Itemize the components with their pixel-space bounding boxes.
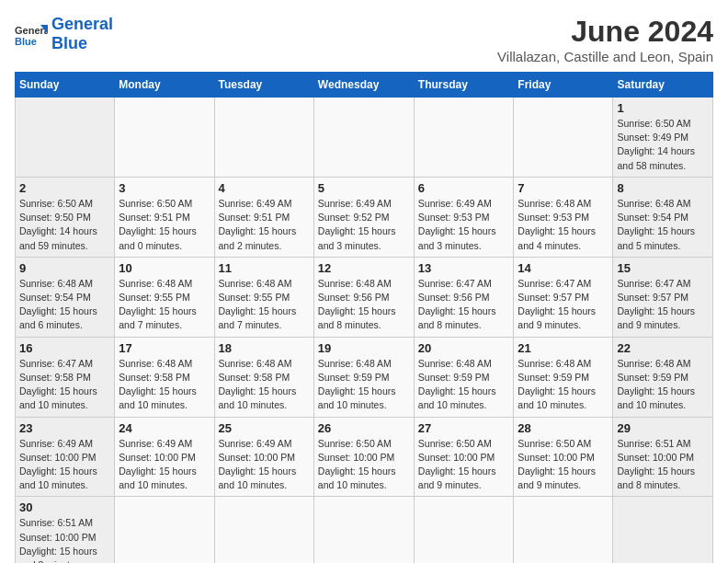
- calendar-day-cell: 24Sunrise: 6:49 AM Sunset: 10:00 PM Dayl…: [115, 417, 214, 497]
- day-number: 26: [318, 421, 410, 435]
- day-number: 2: [19, 181, 110, 195]
- calendar-day-cell: 6Sunrise: 6:49 AM Sunset: 9:53 PM Daylig…: [414, 177, 514, 257]
- day-sun-info: Sunrise: 6:50 AM Sunset: 10:00 PM Daylig…: [318, 437, 410, 493]
- page-header: General Blue General Blue June 2024 Vill…: [15, 15, 713, 64]
- calendar-week-row: 23Sunrise: 6:49 AM Sunset: 10:00 PM Dayl…: [16, 417, 713, 497]
- day-number: 12: [318, 261, 410, 275]
- day-sun-info: Sunrise: 6:49 AM Sunset: 9:53 PM Dayligh…: [418, 197, 510, 253]
- day-sun-info: Sunrise: 6:50 AM Sunset: 9:49 PM Dayligh…: [617, 117, 709, 173]
- logo-general-text: General: [51, 15, 113, 33]
- calendar-day-cell: [214, 98, 313, 178]
- day-number: 8: [617, 181, 709, 195]
- day-number: 1: [617, 101, 709, 115]
- calendar-week-row: 9Sunrise: 6:48 AM Sunset: 9:54 PM Daylig…: [16, 257, 713, 337]
- day-number: 20: [418, 341, 510, 355]
- calendar-day-cell: [414, 497, 514, 563]
- day-sun-info: Sunrise: 6:51 AM Sunset: 10:00 PM Daylig…: [617, 437, 709, 493]
- calendar-day-cell: 7Sunrise: 6:48 AM Sunset: 9:53 PM Daylig…: [514, 177, 613, 257]
- calendar-day-cell: 21Sunrise: 6:48 AM Sunset: 9:59 PM Dayli…: [514, 337, 613, 417]
- day-number: 30: [19, 500, 110, 514]
- svg-text:Blue: Blue: [15, 36, 37, 47]
- day-sun-info: Sunrise: 6:48 AM Sunset: 9:59 PM Dayligh…: [617, 357, 709, 413]
- day-number: 18: [219, 341, 310, 355]
- calendar-day-cell: 18Sunrise: 6:48 AM Sunset: 9:58 PM Dayli…: [214, 337, 313, 417]
- calendar-header-row: SundayMondayTuesdayWednesdayThursdayFrid…: [16, 73, 713, 98]
- column-header-monday: Monday: [115, 73, 214, 98]
- title-area: June 2024 Villalazan, Castille and Leon,…: [497, 15, 713, 64]
- day-number: 28: [518, 421, 609, 435]
- day-number: 15: [617, 261, 709, 275]
- day-sun-info: Sunrise: 6:48 AM Sunset: 9:54 PM Dayligh…: [617, 197, 709, 253]
- calendar-week-row: 16Sunrise: 6:47 AM Sunset: 9:58 PM Dayli…: [16, 337, 713, 417]
- calendar-day-cell: 9Sunrise: 6:48 AM Sunset: 9:54 PM Daylig…: [16, 257, 115, 337]
- day-number: 25: [219, 421, 310, 435]
- calendar-day-cell: 25Sunrise: 6:49 AM Sunset: 10:00 PM Dayl…: [214, 417, 313, 497]
- calendar-day-cell: [514, 98, 613, 178]
- logo-blue-text: Blue: [51, 34, 87, 52]
- calendar-day-cell: 13Sunrise: 6:47 AM Sunset: 9:56 PM Dayli…: [414, 257, 514, 337]
- day-number: 17: [119, 341, 210, 355]
- day-number: 27: [418, 421, 510, 435]
- calendar-day-cell: 14Sunrise: 6:47 AM Sunset: 9:57 PM Dayli…: [514, 257, 613, 337]
- calendar-day-cell: 26Sunrise: 6:50 AM Sunset: 10:00 PM Dayl…: [313, 417, 414, 497]
- day-sun-info: Sunrise: 6:49 AM Sunset: 9:51 PM Dayligh…: [219, 197, 310, 253]
- calendar-week-row: 2Sunrise: 6:50 AM Sunset: 9:50 PM Daylig…: [16, 177, 713, 257]
- calendar-day-cell: 10Sunrise: 6:48 AM Sunset: 9:55 PM Dayli…: [115, 257, 214, 337]
- day-sun-info: Sunrise: 6:51 AM Sunset: 10:00 PM Daylig…: [19, 516, 110, 563]
- day-number: 24: [119, 421, 210, 435]
- calendar-day-cell: [313, 98, 414, 178]
- calendar-day-cell: 28Sunrise: 6:50 AM Sunset: 10:00 PM Dayl…: [514, 417, 613, 497]
- day-number: 5: [318, 181, 410, 195]
- column-header-friday: Friday: [514, 73, 613, 98]
- location-subtitle: Villalazan, Castille and Leon, Spain: [497, 49, 713, 64]
- day-number: 10: [119, 261, 210, 275]
- calendar-day-cell: 8Sunrise: 6:48 AM Sunset: 9:54 PM Daylig…: [613, 177, 713, 257]
- logo: General Blue General Blue: [15, 15, 113, 53]
- column-header-tuesday: Tuesday: [214, 73, 313, 98]
- calendar-day-cell: 16Sunrise: 6:47 AM Sunset: 9:58 PM Dayli…: [16, 337, 115, 417]
- day-number: 21: [518, 341, 609, 355]
- day-number: 9: [19, 261, 110, 275]
- day-sun-info: Sunrise: 6:47 AM Sunset: 9:57 PM Dayligh…: [518, 277, 609, 333]
- calendar-day-cell: 5Sunrise: 6:49 AM Sunset: 9:52 PM Daylig…: [313, 177, 414, 257]
- day-sun-info: Sunrise: 6:48 AM Sunset: 9:59 PM Dayligh…: [318, 357, 410, 413]
- day-sun-info: Sunrise: 6:50 AM Sunset: 9:50 PM Dayligh…: [19, 197, 110, 253]
- calendar-day-cell: 1Sunrise: 6:50 AM Sunset: 9:49 PM Daylig…: [613, 98, 713, 178]
- day-sun-info: Sunrise: 6:48 AM Sunset: 9:59 PM Dayligh…: [518, 357, 609, 413]
- calendar-day-cell: 17Sunrise: 6:48 AM Sunset: 9:58 PM Dayli…: [115, 337, 214, 417]
- column-header-saturday: Saturday: [613, 73, 713, 98]
- calendar-day-cell: [414, 98, 514, 178]
- calendar-day-cell: [613, 497, 713, 563]
- day-number: 11: [219, 261, 310, 275]
- day-sun-info: Sunrise: 6:48 AM Sunset: 9:58 PM Dayligh…: [219, 357, 310, 413]
- calendar-day-cell: 23Sunrise: 6:49 AM Sunset: 10:00 PM Dayl…: [16, 417, 115, 497]
- calendar-day-cell: [514, 497, 613, 563]
- calendar-day-cell: [16, 98, 115, 178]
- month-title: June 2024: [497, 15, 713, 49]
- column-header-thursday: Thursday: [414, 73, 514, 98]
- column-header-wednesday: Wednesday: [313, 73, 414, 98]
- day-sun-info: Sunrise: 6:48 AM Sunset: 9:55 PM Dayligh…: [219, 277, 310, 333]
- day-sun-info: Sunrise: 6:50 AM Sunset: 9:51 PM Dayligh…: [119, 197, 210, 253]
- day-sun-info: Sunrise: 6:48 AM Sunset: 9:59 PM Dayligh…: [418, 357, 510, 413]
- day-number: 14: [518, 261, 609, 275]
- calendar-day-cell: 19Sunrise: 6:48 AM Sunset: 9:59 PM Dayli…: [313, 337, 414, 417]
- day-sun-info: Sunrise: 6:47 AM Sunset: 9:57 PM Dayligh…: [617, 277, 709, 333]
- logo-svg: General Blue: [15, 17, 48, 51]
- calendar-day-cell: 15Sunrise: 6:47 AM Sunset: 9:57 PM Dayli…: [613, 257, 713, 337]
- calendar-day-cell: 11Sunrise: 6:48 AM Sunset: 9:55 PM Dayli…: [214, 257, 313, 337]
- column-header-sunday: Sunday: [16, 73, 115, 98]
- calendar-day-cell: 2Sunrise: 6:50 AM Sunset: 9:50 PM Daylig…: [16, 177, 115, 257]
- day-sun-info: Sunrise: 6:49 AM Sunset: 9:52 PM Dayligh…: [318, 197, 410, 253]
- calendar-day-cell: 30Sunrise: 6:51 AM Sunset: 10:00 PM Dayl…: [16, 497, 115, 563]
- day-sun-info: Sunrise: 6:50 AM Sunset: 10:00 PM Daylig…: [518, 437, 609, 493]
- day-number: 22: [617, 341, 709, 355]
- calendar-day-cell: [115, 497, 214, 563]
- calendar-week-row: 30Sunrise: 6:51 AM Sunset: 10:00 PM Dayl…: [16, 497, 713, 563]
- day-number: 3: [119, 181, 210, 195]
- calendar-day-cell: 4Sunrise: 6:49 AM Sunset: 9:51 PM Daylig…: [214, 177, 313, 257]
- day-number: 6: [418, 181, 510, 195]
- day-number: 13: [418, 261, 510, 275]
- day-number: 29: [617, 421, 709, 435]
- day-number: 4: [219, 181, 310, 195]
